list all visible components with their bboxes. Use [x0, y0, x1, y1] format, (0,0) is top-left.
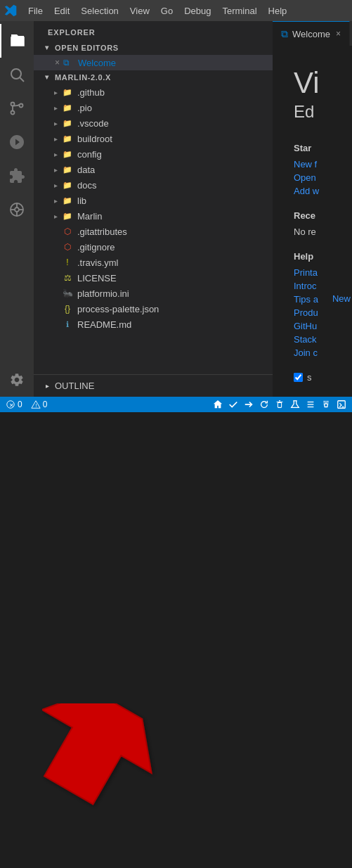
- tree-file-gitignore[interactable]: ▸ ⬡ .gitignore: [34, 239, 273, 255]
- status-right: [213, 400, 346, 409]
- activity-source-control[interactable]: [0, 91, 34, 125]
- tab-close-icon[interactable]: ×: [336, 29, 341, 39]
- menu-terminal[interactable]: Terminal: [216, 4, 262, 18]
- tree-file-license[interactable]: ▸ ⚖ LICENSE: [34, 270, 273, 286]
- link-tips[interactable]: Tips a: [294, 294, 331, 305]
- link-add-workspace[interactable]: Add w: [294, 186, 331, 196]
- status-arrow[interactable]: [244, 400, 254, 409]
- svg-rect-17: [278, 403, 281, 408]
- link-product[interactable]: Produ: [294, 307, 331, 318]
- folder-icon: 📁: [62, 87, 73, 98]
- open-editors-header[interactable]: Open Editors: [34, 41, 273, 55]
- svg-marker-26: [42, 703, 173, 822]
- activity-explorer[interactable]: [0, 24, 34, 58]
- tab-welcome[interactable]: ⧉ Welcome ×: [273, 21, 350, 46]
- folder-name-config: config: [77, 149, 102, 160]
- open-file-welcome[interactable]: × ⧉ Welcome: [34, 55, 273, 70]
- status-plug[interactable]: [321, 400, 331, 409]
- tab-icon: ⧉: [281, 28, 288, 40]
- tree-file-gitattributes[interactable]: ▸ ⬡ .gitattributes: [34, 224, 273, 239]
- folder-chevron: ▸: [51, 165, 60, 174]
- tree-file-readme[interactable]: ▸ ℹ README.md: [34, 317, 273, 332]
- status-trash[interactable]: [275, 400, 285, 409]
- marlin-root-header[interactable]: MARLIN-2.0.X: [34, 70, 273, 84]
- editor-area: ⧉ Welcome × Vi Ed Star New f Open Add w …: [273, 21, 352, 397]
- menu-help[interactable]: Help: [263, 4, 293, 18]
- menu-file[interactable]: File: [22, 4, 48, 18]
- tree-folder-github[interactable]: ▸ 📁 .github: [34, 84, 273, 100]
- svg-line-2: [20, 78, 25, 82]
- link-new-file[interactable]: New f: [294, 159, 331, 170]
- activity-remote[interactable]: [0, 193, 34, 226]
- trash-icon: [275, 400, 285, 409]
- status-warnings[interactable]: ! 0: [31, 400, 48, 409]
- menu-view[interactable]: View: [124, 4, 155, 18]
- activity-extensions[interactable]: [0, 159, 34, 193]
- placeholder-chevron: ▸: [51, 257, 60, 267]
- svg-text:✕: ✕: [9, 402, 14, 409]
- svg-point-7: [15, 208, 19, 212]
- svg-point-1: [11, 69, 21, 79]
- tree-folder-config[interactable]: ▸ 📁 config: [34, 146, 273, 162]
- tree-folder-pio[interactable]: ▸ 📁 .pio: [34, 100, 273, 115]
- link-join[interactable]: Join c: [294, 347, 331, 358]
- show-welcome-row: s: [294, 372, 331, 383]
- menu-debug[interactable]: Debug: [178, 4, 216, 18]
- activity-settings[interactable]: [0, 363, 34, 397]
- vscode-file-icon: ⧉: [63, 57, 74, 68]
- close-icon[interactable]: ×: [55, 58, 60, 68]
- status-errors[interactable]: ✕ 0: [6, 400, 22, 409]
- tree-folder-lib[interactable]: ▸ 📁 lib: [34, 193, 273, 208]
- folder-chevron: ▸: [51, 211, 60, 221]
- folder-icon: 📁: [62, 164, 73, 175]
- start-section-title: Star: [294, 143, 331, 153]
- link-open[interactable]: Open: [294, 172, 331, 183]
- folder-icon: 📁: [62, 148, 73, 160]
- welcome-content: Vi Ed Star New f Open Add w Rece No re H…: [273, 46, 352, 397]
- status-home[interactable]: [213, 400, 223, 409]
- travis-icon: !: [62, 257, 73, 268]
- status-terminal[interactable]: [337, 400, 346, 409]
- activity-search[interactable]: [0, 58, 34, 91]
- tree-file-platformio[interactable]: ▸ 🐜 platformio.ini: [34, 286, 273, 301]
- tree-folder-vscode[interactable]: ▸ 📁 .vscode: [34, 115, 273, 131]
- welcome-subtitle: Ed: [294, 102, 331, 122]
- tree-folder-data[interactable]: ▸ 📁 data: [34, 162, 273, 177]
- warning-icon: !: [31, 400, 41, 409]
- link-printable[interactable]: Printa: [294, 267, 331, 278]
- status-check[interactable]: [228, 400, 238, 409]
- tree-file-process-palette[interactable]: ▸ {} process-palette.json: [34, 301, 273, 317]
- error-count: 0: [18, 400, 22, 409]
- tree-file-travis[interactable]: ▸ ! .travis.yml: [34, 255, 273, 270]
- file-name-readme: README.md: [77, 319, 131, 330]
- folder-chevron: ▸: [51, 180, 60, 190]
- status-flask[interactable]: [290, 400, 300, 409]
- json-icon: {}: [62, 303, 73, 314]
- file-name-gitattributes: .gitattributes: [77, 226, 127, 237]
- activity-bar: [0, 21, 34, 397]
- placeholder-chevron: ▸: [51, 242, 60, 252]
- tree-folder-docs[interactable]: ▸ 📁 docs: [34, 177, 273, 193]
- file-name-travis: .travis.yml: [77, 257, 119, 268]
- folder-chevron: ▸: [51, 118, 60, 128]
- activity-debug[interactable]: [0, 125, 34, 159]
- folder-chevron: ▸: [51, 149, 60, 159]
- file-name-gitignore: .gitignore: [77, 242, 115, 253]
- link-github[interactable]: GitHu: [294, 321, 331, 331]
- menu-selection[interactable]: Selection: [75, 4, 124, 18]
- folder-name-lib: lib: [77, 196, 86, 206]
- help-section-title: Help: [294, 251, 331, 262]
- menu-edit[interactable]: Edit: [48, 4, 75, 18]
- tree-folder-buildroot[interactable]: ▸ 📁 buildroot: [34, 131, 273, 146]
- show-welcome-checkbox[interactable]: [294, 373, 303, 382]
- tree-folder-marlin[interactable]: ▸ 📁 Marlin: [34, 208, 273, 224]
- link-stack[interactable]: Stack: [294, 334, 331, 345]
- menu-go[interactable]: Go: [155, 4, 178, 18]
- status-list[interactable]: [306, 400, 315, 409]
- sync-icon: [259, 400, 269, 409]
- outline-header[interactable]: OUTLINE: [34, 374, 273, 397]
- link-intro[interactable]: Introc: [294, 281, 331, 291]
- status-sync[interactable]: [259, 400, 269, 409]
- new-file-link-partial[interactable]: New: [332, 293, 352, 304]
- folder-name-marlin: Marlin: [77, 211, 102, 222]
